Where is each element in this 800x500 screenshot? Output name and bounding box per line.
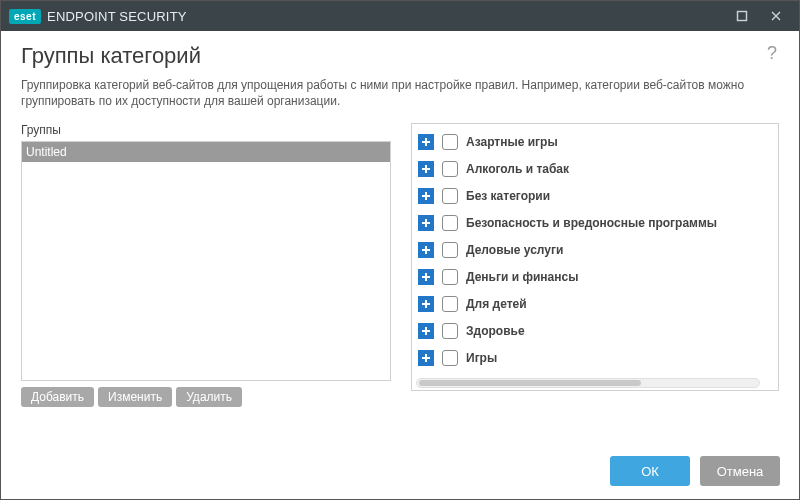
category-checkbox[interactable] [442, 350, 458, 366]
category-label: Для детей [466, 297, 527, 311]
brand-badge: eset [9, 9, 41, 24]
expand-icon[interactable] [418, 242, 434, 258]
expand-icon[interactable] [418, 296, 434, 312]
groups-list[interactable]: Untitled [21, 141, 391, 381]
category-label: Без категории [466, 189, 550, 203]
groups-label: Группы [21, 123, 391, 137]
categories-h-scrollbar[interactable] [416, 378, 760, 388]
category-row: Алкоголь и табак [416, 155, 774, 182]
page-title: Группы категорий [21, 43, 765, 69]
category-label: Игры [466, 351, 497, 365]
expand-icon[interactable] [418, 350, 434, 366]
category-checkbox[interactable] [442, 215, 458, 231]
page-description: Группировка категорий веб-сайтов для упр… [21, 77, 779, 109]
ok-button[interactable]: ОК [610, 456, 690, 486]
category-row: Без категории [416, 182, 774, 209]
groups-add-button[interactable]: Добавить [21, 387, 94, 407]
category-checkbox[interactable] [442, 269, 458, 285]
category-row: Деловые услуги [416, 236, 774, 263]
expand-icon[interactable] [418, 188, 434, 204]
expand-icon[interactable] [418, 215, 434, 231]
content-area: Группы категорий ? Группировка категорий… [1, 31, 799, 407]
help-icon[interactable]: ? [765, 43, 779, 64]
categories-list[interactable]: Азартные игрыАлкоголь и табакБез категор… [416, 128, 774, 376]
groups-panel: Группы Untitled Добавить Изменить Удалит… [21, 123, 391, 407]
groups-list-item[interactable]: Untitled [22, 142, 390, 162]
category-checkbox[interactable] [442, 134, 458, 150]
groups-edit-button[interactable]: Изменить [98, 387, 172, 407]
category-row: Игры [416, 344, 774, 371]
category-label: Деньги и финансы [466, 270, 578, 284]
cancel-button[interactable]: Отмена [700, 456, 780, 486]
expand-icon[interactable] [418, 161, 434, 177]
expand-icon[interactable] [418, 269, 434, 285]
expand-icon[interactable] [418, 323, 434, 339]
category-checkbox[interactable] [442, 161, 458, 177]
category-row: Для детей [416, 290, 774, 317]
category-label: Деловые услуги [466, 243, 563, 257]
category-checkbox[interactable] [442, 296, 458, 312]
category-label: Безопасность и вредоносные программы [466, 216, 717, 230]
dialog-footer: ОК Отмена [610, 456, 780, 486]
expand-icon[interactable] [418, 134, 434, 150]
groups-delete-button[interactable]: Удалить [176, 387, 242, 407]
svg-rect-0 [738, 12, 747, 21]
category-label: Алкоголь и табак [466, 162, 569, 176]
brand-text: ENDPOINT SECURITY [47, 9, 187, 24]
categories-panel: Азартные игрыАлкоголь и табакБез категор… [411, 123, 779, 407]
category-checkbox[interactable] [442, 242, 458, 258]
category-checkbox[interactable] [442, 323, 458, 339]
category-row: Здоровье [416, 317, 774, 344]
window-maximize-button[interactable] [725, 1, 759, 31]
category-checkbox[interactable] [442, 188, 458, 204]
window-close-button[interactable] [759, 1, 793, 31]
category-label: Здоровье [466, 324, 525, 338]
title-bar: eset ENDPOINT SECURITY [1, 1, 799, 31]
category-label: Азартные игры [466, 135, 558, 149]
category-row: Безопасность и вредоносные программы [416, 209, 774, 236]
groups-list-item-label: Untitled [26, 145, 67, 159]
category-row: Азартные игры [416, 128, 774, 155]
category-row: Деньги и финансы [416, 263, 774, 290]
